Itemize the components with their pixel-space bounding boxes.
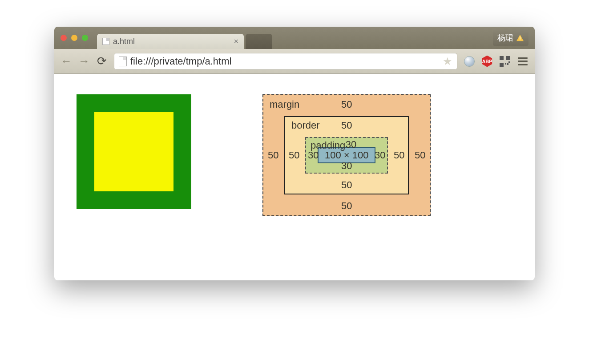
forward-button[interactable]: → (78, 54, 90, 68)
hamburger-menu-icon[interactable] (517, 56, 528, 67)
omnibox[interactable]: file:///private/tmp/a.html ★ (114, 53, 457, 70)
margin-right-value: 50 (415, 150, 425, 161)
border-right-value: 50 (394, 150, 404, 161)
border-top-value: 50 (341, 120, 352, 131)
tabstrip: a.html × (97, 27, 493, 49)
margin-top-value: 50 (341, 99, 352, 110)
border-bottom-value: 50 (341, 179, 352, 191)
margin-layer: margin 50 50 50 50 border 50 50 50 50 pa… (262, 94, 431, 216)
url-text[interactable]: file:///private/tmp/a.html (130, 56, 439, 67)
minimize-window-button[interactable] (71, 35, 77, 41)
padding-right-value: 30 (375, 150, 385, 161)
adblock-extension-icon[interactable]: ABP (481, 56, 493, 67)
page-content: margin 50 50 50 50 border 50 50 50 50 pa… (54, 74, 535, 280)
back-button[interactable]: ← (61, 54, 72, 68)
bookmark-star-icon[interactable]: ★ (443, 55, 452, 68)
padding-top-value: 30 (346, 139, 356, 150)
browser-window: a.html × 杨珺 ← → ⟳ file:///private/tmp/a.… (54, 27, 535, 280)
user-name: 杨珺 (497, 32, 513, 43)
warning-icon (516, 34, 524, 41)
reload-button[interactable]: ⟳ (96, 54, 108, 68)
margin-label: margin (270, 99, 299, 110)
svg-rect-1 (520, 40, 520, 40)
tab-title: a.html (113, 37, 230, 46)
padding-left-value: 30 (308, 150, 319, 161)
qr-extension-icon[interactable] (499, 56, 511, 67)
border-left-value: 50 (289, 150, 299, 161)
border-label: border (291, 120, 320, 131)
zoom-window-button[interactable] (82, 35, 88, 41)
yellow-box (94, 112, 173, 191)
globe-extension-icon[interactable] (464, 56, 475, 67)
svg-rect-0 (520, 36, 520, 39)
margin-bottom-value: 50 (341, 200, 352, 212)
titlebar: a.html × 杨珺 (54, 27, 535, 49)
padding-layer: padding 30 30 30 30 100 × 100 (305, 137, 388, 174)
close-window-button[interactable] (61, 35, 67, 41)
toolbar: ← → ⟳ file:///private/tmp/a.html ★ ABP (54, 49, 535, 74)
file-icon (102, 38, 109, 45)
browser-tab-active[interactable]: a.html × (97, 34, 244, 49)
box-model-diagram: margin 50 50 50 50 border 50 50 50 50 pa… (262, 94, 431, 260)
border-layer: border 50 50 50 50 padding 30 30 30 30 1… (284, 116, 409, 194)
user-profile-button[interactable]: 杨珺 (493, 30, 528, 46)
green-box (77, 94, 191, 209)
close-tab-icon[interactable]: × (234, 37, 238, 46)
page-icon (119, 57, 127, 66)
browser-tab-inactive[interactable] (246, 34, 272, 49)
margin-left-value: 50 (268, 150, 278, 161)
traffic-lights (61, 35, 88, 41)
padding-bottom-value: 30 (341, 160, 352, 172)
